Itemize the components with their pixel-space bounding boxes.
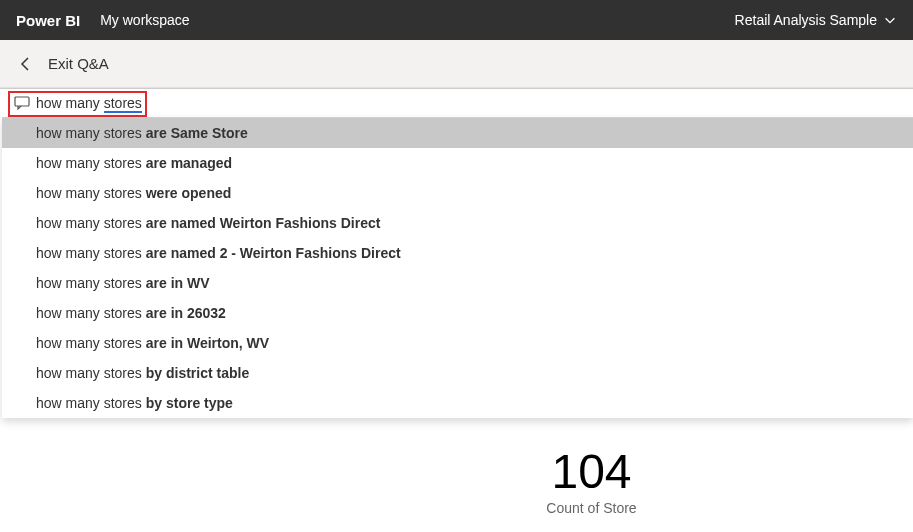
app-title: Power BI (16, 12, 80, 29)
top-header: Power BI My workspace Retail Analysis Sa… (0, 0, 913, 40)
qna-input-base: how many (36, 95, 104, 111)
report-name: Retail Analysis Sample (735, 12, 877, 28)
suggestion-base: how many stores (36, 245, 146, 261)
suggestion-completion: by district table (146, 365, 249, 381)
workspace-label[interactable]: My workspace (100, 12, 189, 28)
qna-input-underlined: stores (104, 95, 142, 113)
suggestion-base: how many stores (36, 365, 146, 381)
qna-input-area: how many stores how many stores are Same… (0, 88, 913, 418)
suggestion-completion: are in Weirton, WV (146, 335, 269, 351)
chevron-down-icon (883, 13, 897, 27)
suggestion-completion: are managed (146, 155, 232, 171)
suggestion-base: how many stores (36, 125, 146, 141)
suggestion-item[interactable]: how many stores by district table (2, 358, 913, 388)
suggestion-item[interactable]: how many stores are managed (2, 148, 913, 178)
suggestions-dropdown: how many stores are Same Storehow many s… (2, 117, 913, 418)
report-selector[interactable]: Retail Analysis Sample (735, 12, 897, 28)
suggestion-base: how many stores (36, 155, 146, 171)
suggestion-item[interactable]: how many stores are in WV (2, 268, 913, 298)
result-area: 104 Count of Store (0, 448, 913, 516)
suggestion-completion: are named 2 - Weirton Fashions Direct (146, 245, 401, 261)
suggestion-base: how many stores (36, 395, 146, 411)
speech-bubble-icon (14, 96, 30, 110)
suggestion-base: how many stores (36, 305, 146, 321)
back-chevron-icon (18, 56, 34, 72)
suggestion-completion: were opened (146, 185, 232, 201)
suggestion-completion: by store type (146, 395, 233, 411)
suggestion-item[interactable]: how many stores by store type (2, 388, 913, 418)
suggestion-base: how many stores (36, 335, 146, 351)
qna-input-text: how many stores (36, 95, 142, 111)
suggestion-completion: are named Weirton Fashions Direct (146, 215, 381, 231)
exit-qna-button[interactable]: Exit Q&A (18, 55, 109, 72)
suggestion-item[interactable]: how many stores are Same Store (2, 118, 913, 148)
suggestion-base: how many stores (36, 215, 146, 231)
suggestion-completion: are Same Store (146, 125, 248, 141)
sub-header: Exit Q&A (0, 40, 913, 88)
suggestion-completion: are in WV (146, 275, 210, 291)
result-value: 104 (270, 448, 913, 496)
exit-qna-label: Exit Q&A (48, 55, 109, 72)
suggestion-completion: are in 26032 (146, 305, 226, 321)
suggestion-item[interactable]: how many stores are named Weirton Fashio… (2, 208, 913, 238)
suggestion-base: how many stores (36, 275, 146, 291)
svg-rect-0 (15, 97, 29, 106)
suggestion-base: how many stores (36, 185, 146, 201)
suggestion-item[interactable]: how many stores are named 2 - Weirton Fa… (2, 238, 913, 268)
header-left: Power BI My workspace (16, 12, 190, 29)
suggestion-item[interactable]: how many stores are in Weirton, WV (2, 328, 913, 358)
result-label: Count of Store (270, 500, 913, 516)
qna-input-row[interactable]: how many stores (0, 89, 913, 117)
suggestion-item[interactable]: how many stores are in 26032 (2, 298, 913, 328)
suggestion-item[interactable]: how many stores were opened (2, 178, 913, 208)
